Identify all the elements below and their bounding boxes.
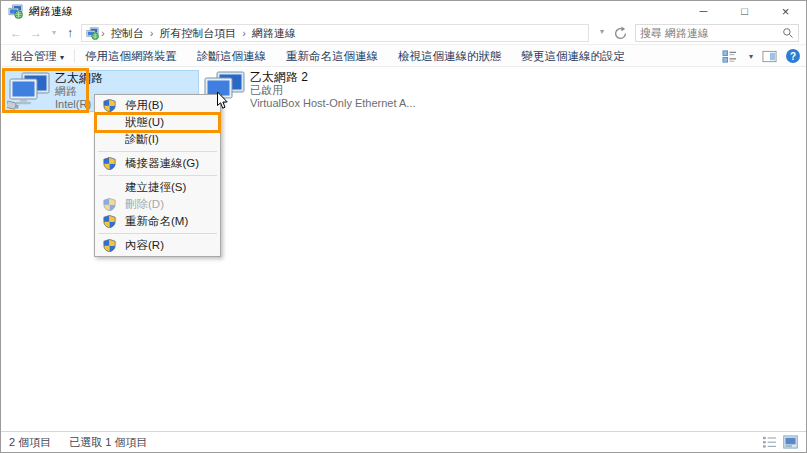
- search-input[interactable]: [640, 27, 782, 39]
- back-icon[interactable]: ←: [7, 24, 25, 42]
- breadcrumb-all-items[interactable]: 所有控制台項目: [159, 26, 236, 41]
- menu-item-bridge-connections[interactable]: 橋接器連線(G): [96, 155, 219, 172]
- menu-item-label: 重新命名(M): [125, 215, 188, 227]
- uac-shield-icon: [103, 157, 116, 170]
- help-icon[interactable]: ?: [786, 49, 800, 63]
- adapter-text: 乙太網路 2 已啟用 VirtualBox Host-Only Ethernet…: [250, 70, 415, 112]
- forward-icon[interactable]: →: [27, 24, 45, 42]
- menu-separator: [98, 175, 217, 176]
- details-view-icon[interactable]: [762, 435, 777, 449]
- menu-item-label: 橋接器連線(G): [125, 157, 199, 169]
- menu-item-properties[interactable]: 內容(R): [96, 237, 219, 254]
- breadcrumb-chevron-icon: ›: [242, 27, 246, 39]
- minimize-button[interactable]: ─: [683, 1, 724, 21]
- toolbar-right-icons: ▾ ?: [722, 45, 800, 67]
- file-list-area[interactable]: 乙太網路 網路 Intel(R) E 乙太網路 2 已啟用 VirtualBox…: [1, 67, 806, 431]
- search-icon[interactable]: [782, 27, 794, 39]
- network-connections-icon: [8, 4, 23, 19]
- large-icons-view-icon[interactable]: [783, 435, 798, 449]
- window-title: 網路連線: [29, 4, 73, 19]
- menu-item-disable[interactable]: 停用(B): [96, 97, 219, 114]
- menu-separator: [98, 151, 217, 152]
- chevron-down-icon: ▾: [60, 53, 64, 62]
- menu-item-label: 狀態(U): [125, 116, 164, 128]
- uac-shield-icon: [103, 198, 116, 211]
- selected-count: 已選取 1 個項目: [69, 435, 147, 450]
- address-bar: ← → ▾ ↑ › 控制台 › 所有控制台項目 › 網路連線 ▾: [1, 21, 806, 45]
- view-status-button[interactable]: 檢視這個連線的狀態: [388, 45, 512, 67]
- breadcrumb-control-panel[interactable]: 控制台: [111, 26, 144, 41]
- uac-shield-icon: [103, 215, 116, 228]
- command-bar: 組合管理▾ 停用這個網路裝置 診斷這個連線 重新命名這個連線 檢視這個連線的狀態…: [1, 45, 806, 67]
- change-settings-button[interactable]: 變更這個連線的設定: [512, 45, 636, 67]
- views-icon[interactable]: [722, 49, 737, 64]
- organize-button[interactable]: 組合管理▾: [1, 45, 74, 67]
- maximize-button[interactable]: □: [724, 1, 765, 21]
- search-box: [635, 24, 799, 42]
- menu-item-label: 診斷(I): [125, 133, 159, 145]
- window-controls: ─ □ ×: [683, 1, 806, 21]
- menu-item-label: 內容(R): [125, 239, 164, 251]
- breadcrumb-network-icon: [86, 27, 99, 40]
- status-bar: 2 個項目 已選取 1 個項目: [1, 431, 806, 452]
- refresh-icon[interactable]: [613, 26, 628, 41]
- adapter-tile-ethernet2[interactable]: 乙太網路 2 已啟用 VirtualBox Host-Only Ethernet…: [198, 70, 433, 112]
- breadcrumb-chevron-icon: ›: [150, 27, 154, 39]
- uac-shield-icon: [103, 99, 116, 112]
- menu-item-diagnose[interactable]: 診斷(I): [96, 131, 219, 148]
- context-menu: 停用(B) 狀態(U) 診斷(I) 橋接器連線(G) 建立捷徑(S) 刪除(D): [94, 94, 221, 257]
- adapter-name: 乙太網路 2: [250, 71, 415, 84]
- title-bar: 網路連線 ─ □ ×: [1, 1, 806, 21]
- menu-item-label: 停用(B): [125, 99, 163, 111]
- adapter-device: VirtualBox Host-Only Ethernet A...: [250, 97, 415, 110]
- close-button[interactable]: ×: [765, 1, 806, 21]
- menu-item-label: 刪除(D): [125, 198, 164, 210]
- breadcrumb-network-connections[interactable]: 網路連線: [252, 26, 296, 41]
- adapter-name: 乙太網路: [55, 72, 103, 85]
- address-dropdown-icon[interactable]: ▾: [595, 27, 609, 36]
- adapter-status: 已啟用: [250, 84, 415, 97]
- items-count: 2 個項目: [9, 435, 51, 450]
- uac-shield-icon: [103, 239, 116, 252]
- disable-device-button[interactable]: 停用這個網路裝置: [75, 45, 187, 67]
- menu-item-create-shortcut[interactable]: 建立捷徑(S): [96, 179, 219, 196]
- breadcrumb[interactable]: › 控制台 › 所有控制台項目 › 網路連線: [81, 24, 589, 42]
- rename-connection-button[interactable]: 重新命名這個連線: [276, 45, 388, 67]
- menu-separator: [98, 233, 217, 234]
- up-icon[interactable]: ↑: [61, 24, 79, 42]
- network-adapter-icon: [7, 72, 51, 110]
- diagnose-connection-button[interactable]: 診斷這個連線: [187, 45, 276, 67]
- preview-pane-icon[interactable]: [762, 49, 777, 64]
- breadcrumb-chevron-icon: ›: [101, 27, 105, 39]
- menu-item-status[interactable]: 狀態(U): [96, 114, 219, 131]
- status-view-toggles: [762, 432, 798, 452]
- menu-item-rename[interactable]: 重新命名(M): [96, 213, 219, 230]
- views-chevron-down-icon[interactable]: ▾: [749, 52, 753, 61]
- network-connections-window: 網路連線 ─ □ × ← → ▾ ↑ › 控制台 › 所有控制台項目 › 網路連…: [0, 0, 807, 453]
- menu-item-delete: 刪除(D): [96, 196, 219, 213]
- menu-item-label: 建立捷徑(S): [125, 181, 186, 193]
